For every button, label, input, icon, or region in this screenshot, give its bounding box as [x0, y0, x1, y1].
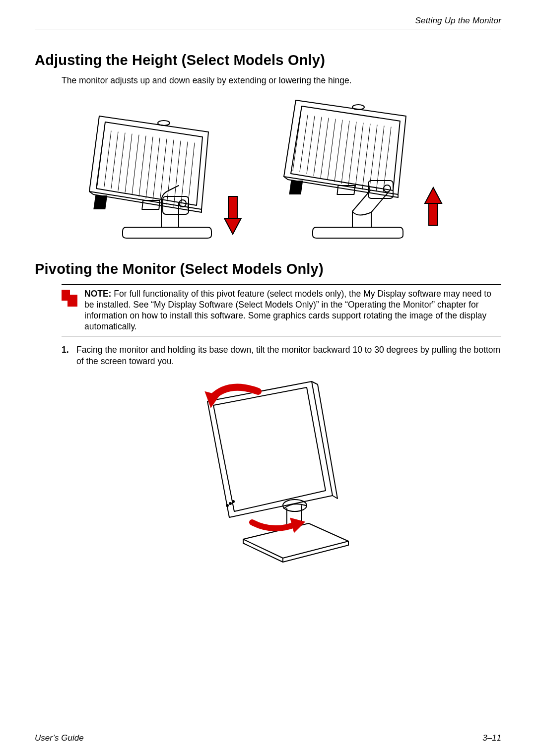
paragraph-adjusting-height: The monitor adjusts up and down easily b… [62, 75, 501, 86]
svg-line-29 [341, 121, 349, 184]
svg-line-10 [153, 138, 160, 200]
svg-line-2 [97, 130, 104, 186]
heading-adjusting-height: Adjusting the Height (Select Models Only… [35, 52, 501, 68]
svg-line-26 [321, 118, 329, 178]
svg-line-27 [328, 119, 335, 180]
tilt-arrow-bottom-icon [252, 514, 307, 533]
svg-line-28 [335, 120, 342, 182]
svg-line-12 [167, 140, 174, 204]
figure-row-height [35, 97, 501, 246]
note-label: NOTE: [84, 289, 111, 299]
page-footer: User’s Guide 3–11 [35, 733, 501, 743]
svg-line-25 [314, 117, 322, 176]
svg-point-21 [384, 185, 391, 192]
step-text: Facing the monitor and holding its base … [76, 344, 501, 367]
figure-monitor-raised [278, 97, 457, 246]
figure-pivot-wrap [35, 376, 501, 564]
note-icon [62, 290, 78, 308]
svg-point-45 [232, 501, 234, 503]
header-rule [35, 29, 501, 29]
note-body-text: For full functionality of this pivot fea… [84, 289, 491, 331]
heading-pivoting-monitor: Pivoting the Monitor (Select Models Only… [35, 261, 501, 277]
svg-point-43 [226, 504, 228, 506]
footer-left: User’s Guide [35, 733, 84, 743]
svg-line-8 [139, 136, 146, 196]
footer-rule [35, 724, 501, 724]
svg-line-32 [362, 124, 370, 189]
svg-line-35 [383, 127, 391, 192]
svg-line-31 [355, 123, 363, 188]
running-header: Setting Up the Monitor [35, 16, 501, 26]
svg-rect-17 [93, 195, 107, 209]
down-arrow-icon [224, 196, 241, 234]
note-text: NOTE: For full functionality of this piv… [84, 289, 501, 332]
svg-line-6 [125, 134, 132, 192]
svg-rect-19 [228, 196, 237, 218]
note-callout: NOTE: For full functionality of this piv… [62, 284, 501, 337]
svg-rect-37 [289, 181, 303, 194]
page: Setting Up the Monitor Adjusting the Hei… [0, 0, 536, 756]
svg-line-30 [348, 122, 356, 186]
figure-monitor-lowered [79, 97, 258, 246]
up-arrow-icon [425, 188, 442, 225]
svg-line-4 [111, 132, 118, 189]
svg-line-22 [293, 114, 301, 171]
svg-line-23 [300, 115, 308, 172]
svg-point-16 [158, 121, 170, 126]
svg-line-34 [376, 126, 384, 191]
svg-line-9 [146, 137, 153, 198]
note-rule-bottom [62, 336, 501, 336]
figure-monitor-pivot [169, 376, 367, 564]
svg-line-3 [104, 131, 111, 187]
svg-line-15 [188, 143, 195, 208]
svg-line-5 [118, 133, 125, 190]
svg-rect-41 [67, 295, 77, 307]
svg-line-24 [307, 116, 315, 174]
svg-line-14 [181, 142, 188, 207]
step-1: 1. Facing the monitor and holding its ba… [62, 344, 501, 367]
pivot-arrow-top-icon [204, 387, 258, 408]
svg-rect-39 [429, 203, 438, 225]
footer-right: 3–11 [482, 733, 501, 743]
svg-point-44 [229, 503, 231, 504]
svg-line-7 [132, 135, 139, 194]
step-number: 1. [62, 344, 76, 367]
